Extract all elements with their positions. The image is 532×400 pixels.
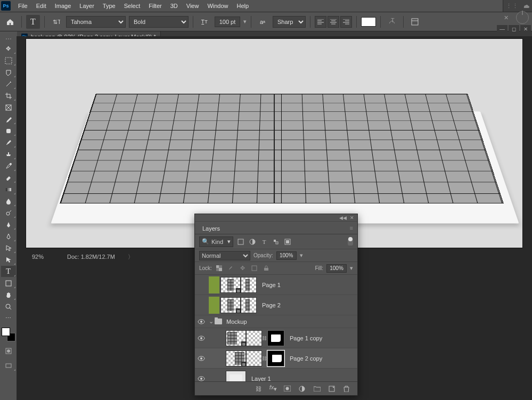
marquee-tool[interactable] xyxy=(1,55,16,66)
direct-select-tool[interactable] xyxy=(1,254,16,265)
layer-row-mockup-folder[interactable]: ⌄ Mockup xyxy=(195,315,357,328)
layer-color-tag[interactable] xyxy=(209,276,219,293)
layer-name[interactable]: Mockup xyxy=(226,319,247,325)
layer-thumb[interactable]: ▧ xyxy=(226,330,246,346)
layers-tab[interactable]: Layers xyxy=(199,222,223,234)
layer-color-tag[interactable] xyxy=(209,297,219,314)
edit-toolbar-button[interactable]: ⋯ xyxy=(1,313,16,324)
filter-kind-select[interactable]: 🔍Kind▾ xyxy=(199,236,233,247)
pen-tool[interactable] xyxy=(1,219,16,230)
visibility-toggle[interactable] xyxy=(195,319,208,324)
layer-thumb[interactable]: ▧ xyxy=(220,277,241,293)
menu-help[interactable]: Help xyxy=(233,1,253,11)
layer-thumb[interactable]: ▧ xyxy=(220,297,241,313)
visibility-toggle[interactable] xyxy=(195,336,208,341)
color-swatches[interactable] xyxy=(2,328,15,341)
cloud-status-bar[interactable]: ⋮⋮ xyxy=(503,0,532,12)
lock-transparency-icon[interactable] xyxy=(215,264,224,273)
layer-name[interactable]: Page 2 copy xyxy=(290,355,322,362)
layer-row-page1[interactable]: ▧ Page 1 xyxy=(195,275,357,295)
new-group-button[interactable] xyxy=(314,386,322,391)
quick-mask-button[interactable] xyxy=(1,345,16,356)
delete-layer-button[interactable] xyxy=(343,386,352,392)
power-icon[interactable] xyxy=(516,11,529,24)
align-center-button[interactable] xyxy=(328,16,339,28)
layer-name[interactable]: Page 1 xyxy=(262,282,281,288)
folder-chevron-icon[interactable]: ⌄ xyxy=(209,318,214,325)
menu-3d[interactable]: 3D xyxy=(166,1,182,11)
align-right-button[interactable] xyxy=(340,16,352,28)
brush-tool[interactable] xyxy=(1,137,16,148)
antialias-select[interactable]: Sharp xyxy=(273,16,306,28)
fill-input[interactable] xyxy=(326,264,347,273)
layer-row-layer1[interactable]: Layer 1 xyxy=(195,369,357,381)
healing-brush-tool[interactable] xyxy=(1,125,16,136)
lasso-tool[interactable] xyxy=(1,67,16,78)
font-family-select[interactable]: Tahoma xyxy=(66,16,126,28)
new-layer-button[interactable] xyxy=(329,386,337,392)
blend-mode-select[interactable]: Normal xyxy=(199,251,250,260)
move-tool[interactable]: ✥ xyxy=(1,43,16,54)
layer-name[interactable]: Layer 1 xyxy=(251,375,271,382)
history-brush-tool[interactable] xyxy=(1,160,16,172)
window-close-button[interactable]: ✕ xyxy=(520,25,531,32)
menu-type[interactable]: Type xyxy=(99,1,120,11)
filter-toggle[interactable] xyxy=(348,238,353,246)
shape-tool[interactable] xyxy=(1,277,16,289)
status-chevron-icon[interactable]: 〉 xyxy=(128,253,134,261)
hand-tool[interactable] xyxy=(1,289,16,300)
blur-tool[interactable] xyxy=(1,195,16,207)
warp-text-button[interactable]: T xyxy=(385,15,399,29)
layer-thumb[interactable] xyxy=(226,371,246,382)
layer-name[interactable]: Page 2 xyxy=(262,302,281,308)
menu-layer[interactable]: Layer xyxy=(75,1,99,11)
menu-window[interactable]: Window xyxy=(203,1,232,11)
mask-link-icon[interactable]: ⛓ xyxy=(262,356,267,361)
adjustment-layer-button[interactable] xyxy=(299,386,307,392)
mask-link-icon[interactable]: ⛓ xyxy=(262,336,267,341)
type-tool[interactable]: T xyxy=(1,266,16,277)
home-button[interactable] xyxy=(3,15,17,29)
screen-mode-button[interactable] xyxy=(1,360,16,371)
font-size-input[interactable] xyxy=(215,17,240,27)
layer-row-page1copy[interactable]: ▧ ⛓ Page 1 copy xyxy=(195,328,357,348)
menu-edit[interactable]: Edit xyxy=(32,1,51,11)
menu-filter[interactable]: Filter xyxy=(144,1,166,11)
lock-position-icon[interactable]: ✥ xyxy=(239,264,247,273)
path-select-tool[interactable] xyxy=(1,242,16,254)
lock-all-icon[interactable] xyxy=(262,264,271,273)
filter-pixel-icon[interactable] xyxy=(236,238,245,246)
eyedropper-tool[interactable] xyxy=(1,113,16,125)
eraser-tool[interactable] xyxy=(1,172,16,183)
filter-shape-icon[interactable] xyxy=(272,238,280,246)
character-panel-button[interactable] xyxy=(408,15,422,29)
text-orientation-button[interactable]: ⇅T xyxy=(49,15,63,29)
zoom-level[interactable]: 92% xyxy=(26,254,50,260)
filter-type-icon[interactable]: T xyxy=(260,238,268,246)
clone-stamp-tool[interactable] xyxy=(1,149,16,160)
opacity-input[interactable] xyxy=(276,251,297,260)
panel-close-icon[interactable]: ✕ xyxy=(350,215,354,221)
add-mask-button[interactable] xyxy=(284,386,292,391)
window-maximize-button[interactable]: ◻ xyxy=(509,25,519,32)
frame-tool[interactable] xyxy=(1,102,16,113)
layer-row-page2copy[interactable]: ▧ ⛓ Page 2 copy xyxy=(195,348,357,369)
panel-collapse-icon[interactable]: ◀◀ xyxy=(339,215,347,221)
panel-grip-icon[interactable] xyxy=(4,38,13,40)
text-color-swatch[interactable] xyxy=(361,17,376,27)
filter-adjust-icon[interactable] xyxy=(248,238,257,246)
menu-select[interactable]: Select xyxy=(120,1,145,11)
menu-file[interactable]: File xyxy=(14,1,32,11)
gradient-tool[interactable] xyxy=(1,184,16,195)
curvature-pen-tool[interactable] xyxy=(1,231,16,242)
filter-smart-icon[interactable] xyxy=(283,238,292,246)
close-workspace-icon[interactable]: ✕ xyxy=(501,13,511,22)
layer-thumb[interactable]: ▧ xyxy=(226,350,246,366)
layer-thumb-2[interactable] xyxy=(241,277,257,293)
window-minimize-button[interactable]: — xyxy=(497,25,508,32)
layer-thumb-2[interactable] xyxy=(246,350,262,366)
align-left-button[interactable] xyxy=(315,16,326,28)
link-layers-button[interactable]: ⛓ xyxy=(254,386,263,392)
layer-style-button[interactable]: fx▾ xyxy=(269,384,277,393)
tool-preset-type[interactable]: T xyxy=(26,15,40,29)
